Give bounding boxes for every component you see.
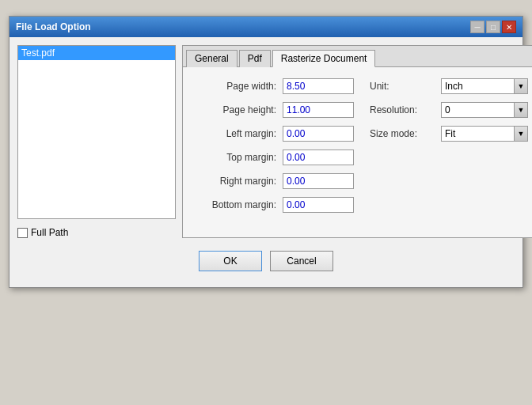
full-path-label: Full Path (31, 227, 68, 238)
top-margin-label: Top margin: (196, 152, 283, 163)
page-height-label: Page height: (196, 104, 283, 115)
page-width-row: Page width: (196, 78, 354, 94)
resolution-row: Resolution: 0 72 96 150 300 (370, 102, 532, 118)
ok-button[interactable]: OK (199, 251, 262, 271)
bottom-margin-row: Bottom margin: (196, 197, 354, 213)
tab-general[interactable]: General (186, 50, 238, 67)
close-button[interactable]: ✕ (502, 21, 516, 33)
full-path-row: Full Path (17, 227, 176, 238)
maximize-button[interactable]: □ (486, 21, 500, 33)
dialog-title: File Load Option (16, 21, 91, 32)
left-margin-label: Left margin: (196, 128, 283, 139)
file-load-option-dialog: File Load Option ─ □ ✕ Test.pdf Full Pat… (9, 16, 523, 288)
full-path-checkbox[interactable] (17, 228, 28, 238)
window-body: Test.pdf Full Path General Pdf Rasterize… (10, 37, 522, 287)
size-mode-dropdown-wrapper: Fit Stretch Original ▼ (441, 126, 528, 142)
form-grid: Page width: Page height: Left margin: (196, 78, 532, 221)
main-layout: Test.pdf Full Path General Pdf Rasterize… (17, 45, 515, 238)
form-left: Page width: Page height: Left margin: (196, 78, 354, 221)
title-bar: File Load Option ─ □ ✕ (10, 17, 522, 37)
size-mode-dropdown[interactable]: Fit Stretch Original (441, 126, 528, 142)
unit-dropdown[interactable]: Inch Cm Mm Pixel (441, 78, 528, 94)
unit-dropdown-wrapper: Inch Cm Mm Pixel ▼ (441, 78, 528, 94)
size-mode-row: Size mode: Fit Stretch Original ▼ (370, 126, 532, 142)
top-margin-row: Top margin: (196, 150, 354, 165)
minimize-button[interactable]: ─ (470, 21, 484, 33)
page-width-input[interactable] (283, 78, 354, 94)
page-width-label: Page width: (196, 81, 283, 92)
top-margin-input[interactable] (283, 150, 354, 165)
file-list-panel: Test.pdf Full Path (17, 45, 176, 238)
list-item[interactable]: Test.pdf (18, 46, 175, 60)
file-list[interactable]: Test.pdf (17, 45, 176, 219)
unit-row: Unit: Inch Cm Mm Pixel ▼ (370, 78, 532, 94)
right-margin-label: Right margin: (196, 176, 283, 187)
bottom-bar: OK Cancel (17, 243, 515, 279)
unit-label: Unit: (370, 81, 441, 92)
tab-panel: General Pdf Rasterize Document Page widt… (182, 45, 532, 238)
resolution-dropdown[interactable]: 0 72 96 150 300 (441, 102, 528, 118)
right-margin-row: Right margin: (196, 173, 354, 189)
size-mode-label: Size mode: (370, 128, 441, 139)
cancel-button[interactable]: Cancel (270, 251, 333, 271)
bottom-margin-input[interactable] (283, 197, 354, 213)
tabs-container: General Pdf Rasterize Document (183, 46, 532, 67)
right-margin-input[interactable] (283, 173, 354, 189)
resolution-dropdown-wrapper: 0 72 96 150 300 ▼ (441, 102, 528, 118)
rasterize-tab-content: Page width: Page height: Left margin: (183, 67, 532, 237)
tab-pdf[interactable]: Pdf (239, 50, 271, 67)
resolution-label: Resolution: (370, 104, 441, 115)
bottom-margin-label: Bottom margin: (196, 199, 283, 210)
page-height-input[interactable] (283, 102, 354, 118)
page-height-row: Page height: (196, 102, 354, 118)
left-margin-row: Left margin: (196, 126, 354, 142)
form-right: Unit: Inch Cm Mm Pixel ▼ (370, 78, 532, 221)
left-margin-input[interactable] (283, 126, 354, 142)
tab-rasterize-document[interactable]: Rasterize Document (272, 50, 376, 67)
title-bar-buttons: ─ □ ✕ (470, 21, 516, 33)
